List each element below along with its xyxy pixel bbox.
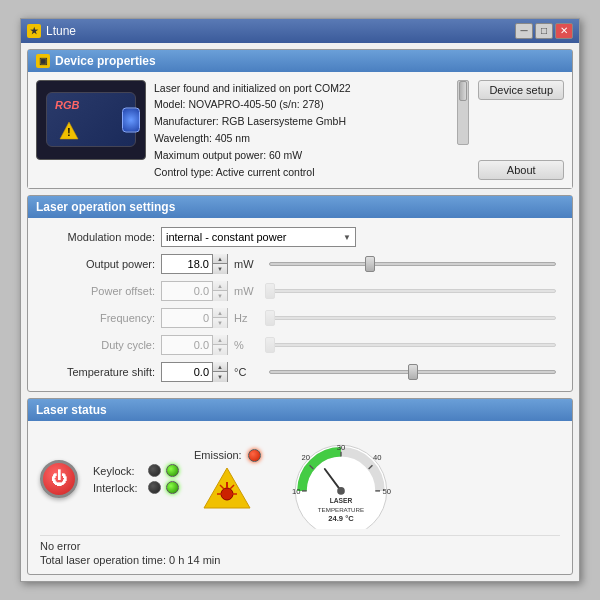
- emission-label-row: Emission:: [194, 449, 261, 462]
- interlock-label: Interlock:: [93, 482, 143, 494]
- output-power-slider-thumb[interactable]: [365, 256, 375, 272]
- power-offset-input: [162, 284, 212, 298]
- device-setup-button[interactable]: Device setup: [478, 80, 564, 100]
- duty-cycle-down: ▼: [213, 345, 227, 355]
- app-icon: ★: [27, 24, 41, 38]
- device-info-scrollbar[interactable]: [456, 80, 470, 181]
- svg-text:50: 50: [382, 487, 390, 496]
- keylock-label: Keylock:: [93, 465, 143, 477]
- duty-cycle-input: [162, 338, 212, 352]
- title-bar-left: ★ Ltune: [27, 24, 76, 38]
- output-power-spinbox[interactable]: ▲ ▼: [161, 254, 228, 274]
- keylock-led-2: [166, 464, 179, 477]
- operation-settings-panel: Laser operation settings Modulation mode…: [27, 195, 573, 392]
- duty-cycle-slider-thumb: [265, 337, 275, 353]
- combo-arrow-icon: ▼: [343, 233, 351, 242]
- laser-hazard-warning: [202, 466, 252, 510]
- scrollbar-thumb[interactable]: [459, 81, 467, 101]
- svg-point-23: [337, 487, 345, 495]
- output-power-input[interactable]: [162, 257, 212, 271]
- duty-cycle-slider: [269, 343, 556, 347]
- keylock-led-1: [148, 464, 161, 477]
- duty-cycle-row: Duty cycle: ▲ ▼ %: [40, 334, 560, 356]
- emission-led: [248, 449, 261, 462]
- no-error-text: No error: [40, 540, 560, 552]
- device-info-line4: Wavelength: 405 nm: [154, 130, 452, 147]
- status-footer: No error Total laser operation time: 0 h…: [40, 535, 560, 566]
- frequency-slider: [269, 316, 556, 320]
- temp-shift-input[interactable]: [162, 365, 212, 379]
- device-buttons: Device setup About: [478, 80, 564, 181]
- power-button[interactable]: ⏻: [40, 460, 78, 498]
- settings-grid: Modulation mode: internal - constant pow…: [28, 218, 572, 391]
- main-window: ★ Ltune ─ □ ✕ ▣ Device properties RGB: [20, 18, 580, 583]
- status-header: Laser status: [28, 399, 572, 421]
- output-power-up[interactable]: ▲: [213, 254, 227, 264]
- duty-cycle-unit: %: [234, 339, 259, 351]
- temp-shift-slider-thumb[interactable]: [408, 364, 418, 380]
- device-properties-panel: ▣ Device properties RGB !: [27, 49, 573, 190]
- svg-text:20: 20: [301, 454, 309, 463]
- operation-time-text: Total laser operation time: 0 h 14 min: [40, 554, 560, 566]
- device-info-text: Laser found and initialized on port COM2…: [154, 80, 452, 181]
- laser-body: RGB !: [46, 92, 136, 147]
- scrollbar-track[interactable]: [457, 80, 469, 145]
- temp-shift-down[interactable]: ▼: [213, 372, 227, 382]
- title-buttons: ─ □ ✕: [515, 23, 573, 39]
- status-main-row: ⏻ Keylock: Interlock:: [40, 429, 560, 529]
- device-header-icon: ▣: [36, 54, 50, 68]
- laser-warning-image: !: [59, 121, 79, 141]
- title-bar: ★ Ltune ─ □ ✕: [21, 19, 579, 43]
- temp-shift-spin-buttons: ▲ ▼: [212, 362, 227, 382]
- keylock-row: Keylock:: [93, 464, 179, 477]
- duty-cycle-label: Duty cycle:: [40, 339, 155, 351]
- frequency-input: [162, 311, 212, 325]
- power-offset-slider-thumb: [265, 283, 275, 299]
- svg-text:40: 40: [373, 454, 381, 463]
- svg-text:TEMPERATURE: TEMPERATURE: [318, 506, 364, 513]
- minimize-button[interactable]: ─: [515, 23, 533, 39]
- output-power-unit: mW: [234, 258, 259, 270]
- status-content: ⏻ Keylock: Interlock:: [28, 421, 572, 574]
- svg-text:!: !: [67, 127, 70, 138]
- frequency-row: Frequency: ▲ ▼ Hz: [40, 307, 560, 329]
- modulation-combo[interactable]: internal - constant power ▼: [161, 227, 356, 247]
- maximize-button[interactable]: □: [535, 23, 553, 39]
- svg-text:30: 30: [336, 443, 344, 452]
- power-offset-row: Power offset: ▲ ▼ mW: [40, 280, 560, 302]
- emission-label: Emission:: [194, 449, 242, 461]
- output-power-slider[interactable]: [269, 262, 556, 266]
- svg-point-4: [221, 488, 233, 500]
- power-offset-up: ▲: [213, 281, 227, 291]
- close-button[interactable]: ✕: [555, 23, 573, 39]
- power-offset-spinbox: ▲ ▼: [161, 281, 228, 301]
- operation-header: Laser operation settings: [28, 196, 572, 218]
- temp-shift-spinbox[interactable]: ▲ ▼: [161, 362, 228, 382]
- device-properties-header: ▣ Device properties: [28, 50, 572, 72]
- modulation-row: Modulation mode: internal - constant pow…: [40, 226, 560, 248]
- power-offset-slider: [269, 289, 556, 293]
- output-power-label: Output power:: [40, 258, 155, 270]
- device-info: Laser found and initialized on port COM2…: [154, 80, 470, 181]
- gauge-svg: 10 20 30 40 50: [286, 429, 396, 529]
- duty-cycle-up: ▲: [213, 335, 227, 345]
- device-info-line1: Laser found and initialized on port COM2…: [154, 80, 452, 97]
- device-properties-content: RGB ! Laser found and initialized on por…: [28, 72, 572, 189]
- interlock-row: Interlock:: [93, 481, 179, 494]
- power-offset-label: Power offset:: [40, 285, 155, 297]
- laser-lens: [122, 107, 140, 132]
- duty-cycle-spinbox: ▲ ▼: [161, 335, 228, 355]
- interlock-led-2: [166, 481, 179, 494]
- temp-shift-unit: °C: [234, 366, 259, 378]
- output-power-down[interactable]: ▼: [213, 264, 227, 274]
- device-info-line5: Maximum output power: 60 mW: [154, 147, 452, 164]
- temp-shift-up[interactable]: ▲: [213, 362, 227, 372]
- device-panel-title: Device properties: [55, 54, 156, 68]
- about-button[interactable]: About: [478, 160, 564, 180]
- frequency-up: ▲: [213, 308, 227, 318]
- laser-status-panel: Laser status ⏻ Keylock:: [27, 398, 573, 575]
- device-info-line3: Manufacturer: RGB Lasersysteme GmbH: [154, 113, 452, 130]
- temp-shift-slider[interactable]: [269, 370, 556, 374]
- laser-rgb-label: RGB: [55, 99, 79, 111]
- svg-text:24.9 °C: 24.9 °C: [328, 515, 354, 524]
